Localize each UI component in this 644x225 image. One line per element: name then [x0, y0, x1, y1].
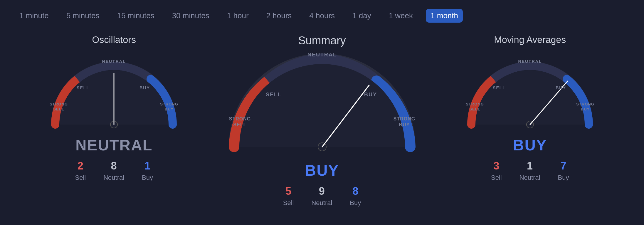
moving-averages-gauge-svg: NEUTRAL SELL BUY STRONG SELL STRONG BUY [460, 57, 601, 133]
summary-gauge-svg: NEUTRAL SELL BUY STRONG SELL STRONG BUY [222, 53, 422, 159]
moving-averages-section: Moving Averages NEUTRAL SELL [434, 34, 627, 182]
svg-text:SELL: SELL [77, 85, 90, 90]
moving-averages-sell-count: 3 [493, 160, 499, 172]
nav-item-1-week[interactable]: 1 week [384, 9, 418, 23]
svg-text:BUY: BUY [556, 85, 566, 90]
moving-averages-title: Moving Averages [494, 34, 566, 45]
moving-averages-neutral-count: 1 [527, 160, 533, 172]
nav-item-1-minute[interactable]: 1 minute [15, 9, 53, 23]
oscillators-neutral-label: Neutral [103, 174, 124, 182]
oscillators-title: Oscillators [92, 34, 136, 45]
svg-text:STRONG: STRONG [50, 102, 68, 106]
svg-text:SELL: SELL [469, 107, 480, 111]
svg-text:STRONG: STRONG [576, 102, 594, 106]
svg-text:BUY: BUY [165, 107, 174, 111]
oscillators-buy-stat: 1 Buy [142, 160, 153, 182]
svg-text:SELL: SELL [233, 122, 246, 127]
summary-buy-stat: 8 Buy [350, 185, 361, 207]
summary-sell-count: 5 [285, 185, 291, 197]
nav-item-5-minutes[interactable]: 5 minutes [62, 9, 104, 23]
svg-text:STRONG: STRONG [466, 102, 484, 106]
summary-neutral-stat: 9 Neutral [311, 185, 332, 207]
svg-text:STRONG: STRONG [160, 102, 178, 106]
summary-stats: 5 Sell 9 Neutral 8 Buy [283, 185, 361, 207]
summary-sell-stat: 5 Sell [283, 185, 294, 207]
moving-averages-neutral-stat: 1 Neutral [519, 160, 540, 182]
nav-item-15-minutes[interactable]: 15 minutes [112, 9, 159, 23]
oscillators-sell-count: 2 [78, 160, 83, 172]
nav-item-4-hours[interactable]: 4 hours [305, 9, 339, 23]
summary-section: Summary NEUTRAL SELL [222, 34, 422, 207]
nav-item-1-month[interactable]: 1 month [426, 9, 463, 23]
svg-text:BUY: BUY [399, 122, 410, 127]
summary-gauge: NEUTRAL SELL BUY STRONG SELL STRONG BUY [222, 53, 422, 159]
svg-text:SELL: SELL [265, 92, 281, 98]
oscillators-gauge: NEUTRAL SELL BUY STRONG SELL STRONG BUY [43, 57, 184, 133]
svg-text:SELL: SELL [53, 107, 64, 111]
moving-averages-sell-stat: 3 Sell [491, 160, 502, 182]
moving-averages-neutral-label: Neutral [519, 174, 540, 182]
svg-text:NEUTRAL: NEUTRAL [102, 59, 126, 64]
oscillators-gauge-svg: NEUTRAL SELL BUY STRONG SELL STRONG BUY [43, 57, 184, 133]
oscillators-buy-count: 1 [144, 160, 150, 172]
svg-text:SELL: SELL [493, 85, 506, 90]
moving-averages-sell-label: Sell [491, 174, 502, 182]
oscillators-stats: 2 Sell 8 Neutral 1 Buy [75, 160, 153, 182]
main-content: Oscillators NEUTRAL SELL [0, 28, 644, 213]
svg-text:STRONG: STRONG [229, 116, 250, 121]
oscillators-section: Oscillators NEUTRAL SELL [18, 34, 211, 182]
nav-item-30-minutes[interactable]: 30 minutes [167, 9, 214, 23]
summary-neutral-count: 9 [319, 185, 325, 197]
summary-sell-label: Sell [283, 199, 294, 207]
svg-text:NEUTRAL: NEUTRAL [307, 53, 337, 58]
svg-text:NEUTRAL: NEUTRAL [518, 59, 542, 64]
moving-averages-buy-stat: 7 Buy [558, 160, 569, 182]
oscillators-verdict: NEUTRAL [75, 136, 152, 154]
nav-item-1-day[interactable]: 1 day [348, 9, 376, 23]
moving-averages-gauge: NEUTRAL SELL BUY STRONG SELL STRONG BUY [460, 57, 601, 133]
summary-buy-count: 8 [352, 185, 358, 197]
moving-averages-buy-count: 7 [561, 160, 566, 172]
summary-neutral-label: Neutral [311, 199, 332, 207]
svg-text:BUY: BUY [364, 92, 377, 98]
nav-item-2-hours[interactable]: 2 hours [262, 9, 297, 23]
time-period-nav: 1 minute5 minutes15 minutes30 minutes1 h… [0, 0, 644, 28]
moving-averages-buy-label: Buy [558, 174, 569, 182]
summary-title: Summary [298, 34, 346, 47]
oscillators-buy-label: Buy [142, 174, 153, 182]
svg-text:BUY: BUY [139, 85, 150, 90]
nav-item-1-hour[interactable]: 1 hour [222, 9, 253, 23]
moving-averages-stats: 3 Sell 1 Neutral 7 Buy [491, 160, 569, 182]
summary-buy-label: Buy [350, 199, 361, 207]
svg-text:STRONG: STRONG [393, 116, 415, 121]
oscillators-sell-label: Sell [75, 174, 86, 182]
oscillators-neutral-stat: 8 Neutral [103, 160, 124, 182]
svg-text:BUY: BUY [581, 107, 590, 111]
summary-verdict: BUY [305, 162, 339, 179]
oscillators-neutral-count: 8 [111, 160, 117, 172]
moving-averages-verdict: BUY [513, 136, 547, 154]
oscillators-sell-stat: 2 Sell [75, 160, 86, 182]
